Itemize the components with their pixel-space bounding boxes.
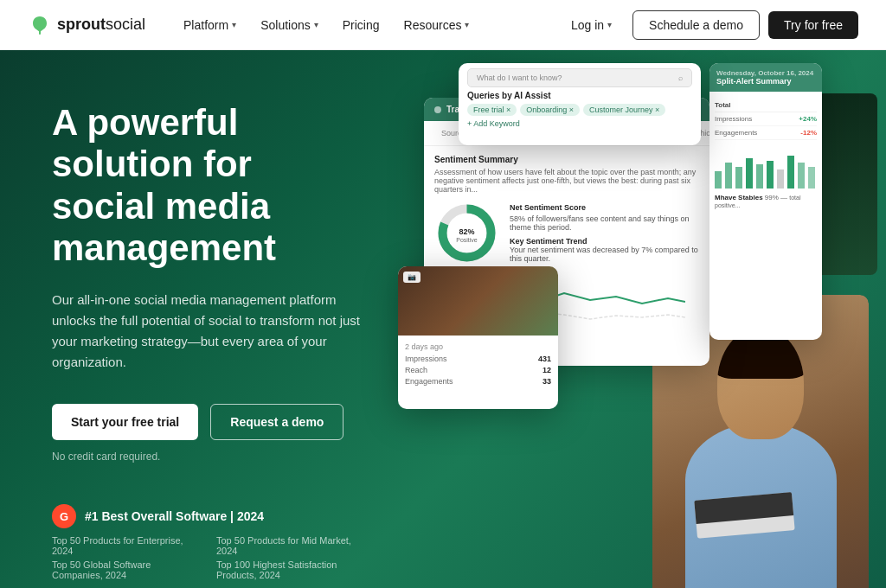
award-title: #1 Best Overall Software | 2024	[85, 509, 264, 523]
sprout-logo-icon	[28, 13, 52, 37]
social-date: 2 days ago	[405, 342, 551, 351]
sentiment-details: Net Sentiment Score 58% of followers/fan…	[510, 203, 699, 263]
donut-container: 82% Positive Net Sentiment Score 58% of …	[434, 201, 699, 265]
svg-rect-10	[777, 169, 784, 189]
svg-rect-6	[735, 167, 742, 189]
svg-rect-7	[746, 158, 753, 189]
nav-actions: Log in ▾ Schedule a demo Try for free	[559, 10, 858, 40]
search-icon: ⌕	[678, 74, 683, 82]
hero-right: What do I want to know? ⌕ Queries by AI …	[398, 50, 886, 588]
schedule-demo-button[interactable]: Schedule a demo	[632, 10, 760, 40]
hero-left: A powerful solution for social media man…	[0, 50, 398, 588]
stats-body: Total Impressions +24% Engagements -12%	[709, 92, 822, 216]
chevron-down-icon: ▾	[465, 20, 469, 29]
split-alert-label: Split-Alert Summary	[716, 77, 815, 86]
ai-tag-free-trial: Free trial ×	[467, 104, 517, 116]
chevron-down-icon: ▾	[314, 20, 318, 29]
award-item: Top 50 Products for Enterprise, 2024	[52, 535, 199, 556]
award-item: Top 100 Highest Satisfaction Products, 2…	[216, 559, 363, 580]
hero-subtext: Our all-in-one social media management p…	[52, 290, 363, 373]
hero-section: A powerful solution for social media man…	[0, 50, 886, 588]
nav-pricing[interactable]: Pricing	[332, 13, 390, 37]
chevron-down-icon: ▾	[607, 20, 612, 29]
hero-buttons: Start your free trial Request a demo	[52, 404, 363, 440]
header-dot	[434, 106, 441, 113]
net-sentiment-label: Net Sentiment Score	[510, 203, 699, 212]
right-panel-card: Wednesday, October 16, 2024 Split-Alert …	[709, 63, 822, 340]
donut-chart: 82% Positive	[434, 201, 499, 265]
svg-rect-13	[808, 167, 815, 189]
nav-platform[interactable]: Platform ▾	[173, 13, 247, 37]
svg-rect-4	[715, 171, 722, 189]
award-item: Top 50 Global Software Companies, 2024	[52, 559, 199, 580]
person-name: Mhave Stables 99% — total positive...	[715, 194, 817, 209]
social-post-card: 📷 2 days ago Impressions 431 Reach 12 En…	[398, 266, 558, 409]
instagram-badge: 📷	[403, 272, 421, 283]
key-sentiment-desc: Your net sentiment was decreased by 7% c…	[510, 246, 699, 263]
svg-rect-5	[725, 163, 732, 189]
stat-reach: Reach 12	[405, 366, 551, 374]
try-free-button[interactable]: Try for free	[768, 11, 858, 39]
award-badge: G #1 Best Overall Software | 2024	[52, 504, 363, 528]
stat-engagements: Engagements 33	[405, 377, 551, 386]
nav-solutions[interactable]: Solutions ▾	[250, 13, 329, 37]
login-button[interactable]: Log in ▾	[559, 11, 624, 39]
split-alert-header: Wednesday, October 16, 2024 Split-Alert …	[709, 63, 822, 92]
sentiment-summary-label: Sentiment Summary	[434, 155, 699, 164]
mini-chart-area	[715, 145, 817, 190]
logo-text: sproutsocial	[57, 16, 145, 34]
metric-impressions: Impressions +24%	[715, 112, 817, 126]
hero-headline: A powerful solution for social media man…	[52, 102, 363, 269]
mini-bar-chart	[715, 145, 817, 189]
request-demo-button[interactable]: Request a demo	[210, 404, 343, 440]
key-sentiment-label: Key Sentiment Trend	[510, 237, 699, 246]
metric-engagements: Engagements -12%	[715, 126, 817, 140]
svg-rect-12	[798, 163, 805, 189]
chevron-down-icon: ▾	[232, 20, 236, 29]
ai-queries-label: Queries by AI Assist	[459, 89, 701, 104]
social-post-stats: 2 days ago Impressions 431 Reach 12 Enga…	[398, 336, 558, 393]
logo[interactable]: sproutsocial	[28, 13, 145, 37]
navbar: sproutsocial Platform ▾ Solutions ▾ Pric…	[0, 0, 886, 50]
svg-rect-8	[756, 164, 763, 189]
add-keyword-button[interactable]: + Add Keyword	[459, 116, 701, 131]
ai-tag-customer-journey: Customer Journey ×	[583, 104, 665, 116]
no-credit-text: No credit card required.	[52, 451, 363, 463]
ai-search-placeholder: What do I want to know?	[477, 74, 562, 82]
stats-list: Impressions 431 Reach 12 Engagements 33	[405, 355, 551, 386]
svg-text:Positive: Positive	[456, 237, 478, 243]
stat-impressions: Impressions 431	[405, 355, 551, 363]
start-free-trial-button[interactable]: Start your free trial	[52, 404, 198, 440]
award-grid: Top 50 Products for Enterprise, 2024 Top…	[52, 535, 363, 580]
svg-rect-9	[767, 161, 774, 189]
ai-queries-card: What do I want to know? ⌕ Queries by AI …	[459, 63, 701, 145]
nav-resources[interactable]: Resources ▾	[394, 13, 480, 37]
ai-tags-row: Free trial × Onboarding × Customer Journ…	[459, 104, 701, 116]
g2-icon: G	[52, 504, 76, 528]
ai-tag-onboarding: Onboarding ×	[520, 104, 580, 116]
net-sentiment-desc: 58% of followers/fans see content and sa…	[510, 214, 699, 232]
svg-text:82%: 82%	[459, 227, 474, 236]
award-section: G #1 Best Overall Software | 2024 Top 50…	[52, 504, 363, 580]
social-post-image: 📷	[398, 266, 558, 336]
nav-links: Platform ▾ Solutions ▾ Pricing Resources…	[173, 13, 559, 37]
sentiment-desc: Assessment of how users have felt about …	[434, 168, 699, 194]
svg-rect-11	[787, 156, 794, 189]
award-item: Top 50 Products for Mid Market, 2024	[216, 535, 363, 556]
total-label: Total	[715, 99, 817, 112]
